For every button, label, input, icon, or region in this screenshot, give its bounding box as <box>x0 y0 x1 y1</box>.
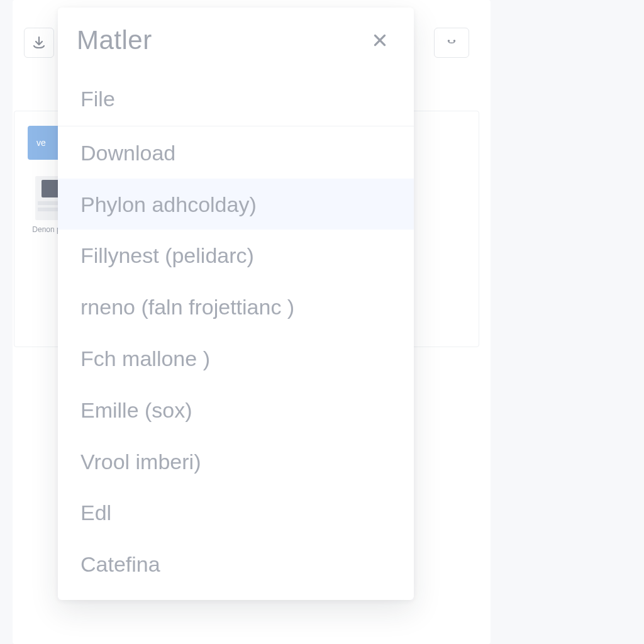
menu-item-download[interactable]: Download <box>58 126 414 179</box>
menu-item-label: Emille (sox) <box>80 398 192 422</box>
menu-item-fch[interactable]: Fch mallone ) <box>58 333 414 384</box>
menu-item-label: File <box>80 87 115 111</box>
menu-item-phylon[interactable]: Phylon adhcolday) <box>58 179 414 230</box>
toolbar-secondary-button[interactable] <box>434 28 469 58</box>
menu-item-label: Vrool imberi) <box>80 450 201 474</box>
menu-list: File Download Phylon adhcolday) Fillynes… <box>58 73 414 590</box>
dropdown-modal: Matler File Download Phylon adhcolday) F… <box>58 8 414 600</box>
menu-item-label: Download <box>80 141 175 165</box>
menu-item-edl[interactable]: Edl <box>58 487 414 538</box>
menu-item-label: rneno (faln frojettianc ) <box>80 295 294 319</box>
modal-title: Matler <box>77 25 152 55</box>
svg-point-1 <box>453 40 455 42</box>
menu-item-file[interactable]: File <box>58 73 414 125</box>
menu-item-rneno[interactable]: rneno (faln frojettianc ) <box>58 281 414 333</box>
primary-blue-button-label: ve <box>36 138 46 148</box>
download-button[interactable] <box>24 28 54 58</box>
menu-item-label: Fillynest (pelidarc) <box>80 243 254 267</box>
menu-item-vrool[interactable]: Vrool imberi) <box>58 436 414 487</box>
close-icon <box>372 32 388 48</box>
menu-item-label: Catefina <box>80 552 160 576</box>
menu-item-label: Phylon adhcolday) <box>80 192 257 216</box>
menu-item-label: Edl <box>80 501 111 525</box>
menu-item-emille[interactable]: Emille (sox) <box>58 384 414 436</box>
svg-point-0 <box>448 40 450 42</box>
menu-item-fillynest[interactable]: Fillynest (pelidarc) <box>58 230 414 281</box>
toolbar <box>24 28 54 58</box>
menu-item-catefina[interactable]: Catefina <box>58 538 414 590</box>
modal-header: Matler <box>58 19 414 73</box>
close-button[interactable] <box>367 28 392 53</box>
menu-item-label: Fch mallone ) <box>80 347 210 370</box>
